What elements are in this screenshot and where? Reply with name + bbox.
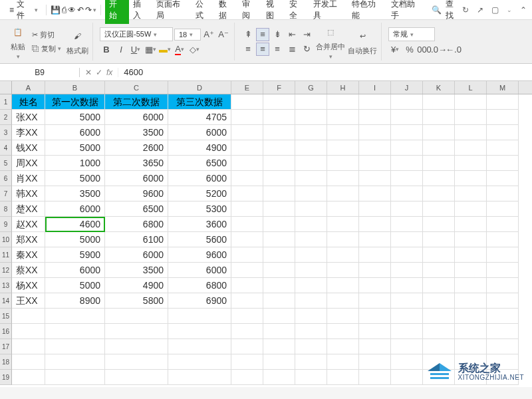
cell[interactable]: 5000 [45,140,105,156]
cell[interactable]: 6000 [45,263,105,278]
border-button[interactable]: ▦▾ [144,43,157,56]
cell[interactable] [231,232,263,247]
cell[interactable] [231,263,263,278]
print-icon[interactable]: ⎙ [62,5,66,15]
cell[interactable] [455,140,487,156]
cell[interactable] [327,339,359,354]
cell[interactable] [423,125,455,140]
cell[interactable] [295,140,327,156]
cell[interactable]: 楚XX [12,201,45,217]
fill-color-button[interactable]: ▬▾ [158,43,172,56]
cell[interactable] [263,125,295,140]
cell[interactable] [295,293,327,309]
font-size-select[interactable]: 18▾ [174,29,201,41]
cell[interactable] [231,324,263,339]
cell[interactable] [455,309,487,324]
decrease-decimal-icon[interactable]: ←.0 [447,43,460,56]
cell[interactable] [487,94,519,110]
cell[interactable] [231,201,263,217]
cell[interactable] [455,156,487,171]
increase-font-icon[interactable]: A⁺ [202,28,215,41]
cell[interactable]: 6900 [168,293,231,309]
cell[interactable] [423,278,455,293]
cell[interactable] [391,186,423,201]
bold-button[interactable]: B [100,43,113,56]
cell[interactable] [391,309,423,324]
cell[interactable]: 6000 [105,247,168,263]
cell[interactable] [423,247,455,263]
cut-button[interactable]: ✂剪切 [29,29,64,41]
cell[interactable] [423,156,455,171]
cell[interactable] [263,339,295,354]
row-header[interactable]: 11 [0,247,12,263]
row-header[interactable]: 13 [0,278,12,293]
cell[interactable] [391,110,423,125]
cell[interactable] [263,94,295,110]
cell[interactable]: 肖XX [12,171,45,186]
percent-icon[interactable]: % [403,43,416,56]
cell[interactable] [295,278,327,293]
cell[interactable] [391,339,423,354]
increase-indent-icon[interactable]: ⇥ [300,28,313,41]
cell[interactable]: 5000 [45,171,105,186]
cell[interactable] [231,370,263,385]
row-header[interactable]: 1 [0,94,12,110]
cell[interactable]: 王XX [12,293,45,309]
cell[interactable] [327,370,359,385]
row-header[interactable]: 19 [0,370,12,385]
cell[interactable] [45,339,105,354]
cell[interactable] [359,140,391,156]
preview-icon[interactable]: 👁 [68,5,76,15]
cell[interactable] [391,217,423,232]
cell[interactable] [295,263,327,278]
cell[interactable]: 4900 [105,278,168,293]
cell[interactable]: 4705 [168,110,231,125]
cell[interactable] [295,186,327,201]
cell[interactable] [455,110,487,125]
cell[interactable] [263,156,295,171]
cell[interactable] [263,247,295,263]
cell[interactable]: 6000 [168,125,231,140]
cell[interactable]: 4600 [45,217,105,232]
merge-center-button[interactable]: ⬚ 合并居中▾ [316,23,345,60]
row-header[interactable]: 15 [0,309,12,324]
cell[interactable] [487,171,519,186]
font-color-button[interactable]: A▾ [173,43,186,56]
cell[interactable] [12,324,45,339]
cell[interactable] [359,263,391,278]
undo-icon[interactable]: ↶ [77,5,84,15]
cell[interactable] [327,171,359,186]
cell[interactable] [263,140,295,156]
increase-decimal-icon[interactable]: .0→ [432,43,446,56]
cell[interactable] [263,293,295,309]
cell[interactable] [455,94,487,110]
cell[interactable] [295,247,327,263]
cell[interactable] [359,354,391,370]
cell[interactable] [263,354,295,370]
search-button[interactable]: 🔍 查找 [432,0,461,21]
cell[interactable] [359,232,391,247]
cell[interactable] [359,293,391,309]
cell[interactable]: 第二次数据 [105,94,168,110]
cell[interactable]: 5900 [45,247,105,263]
cell[interactable] [12,309,45,324]
comma-icon[interactable]: 000 [418,43,431,56]
cell[interactable]: 5800 [105,293,168,309]
cell[interactable] [231,339,263,354]
ribbon-tab-1[interactable]: 插入 [129,0,152,24]
column-header[interactable]: K [423,81,455,94]
cell[interactable]: 9600 [105,186,168,201]
cell[interactable]: 5000 [45,278,105,293]
cell[interactable] [105,309,168,324]
cell[interactable] [391,125,423,140]
cell[interactable] [487,140,519,156]
cell[interactable]: 6000 [45,201,105,217]
cell[interactable]: 蔡XX [12,263,45,278]
row-header[interactable]: 18 [0,354,12,370]
box-icon[interactable]: ▢ [491,5,499,15]
cell[interactable] [263,201,295,217]
cell[interactable]: 秦XX [12,247,45,263]
cell[interactable] [105,339,168,354]
cell[interactable] [359,171,391,186]
cell[interactable]: 周XX [12,156,45,171]
